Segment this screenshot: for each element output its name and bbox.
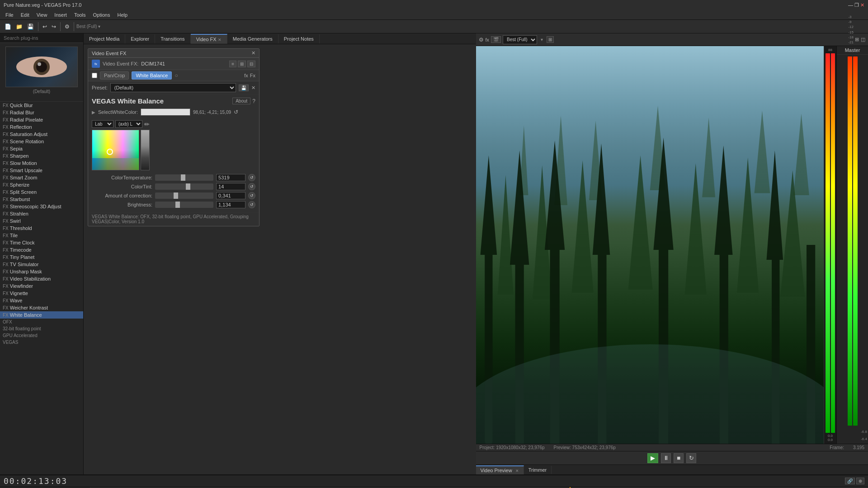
video-preview-close[interactable]: ✕: [515, 469, 519, 473]
plugin-item-slow-motion[interactable]: FXSlow Motion: [0, 160, 83, 167]
color-channel-select[interactable]: (axb) L(axb) H: [115, 120, 142, 128]
amount-reset[interactable]: ↺: [248, 192, 255, 199]
tab-video-fx[interactable]: Video FX ✕: [191, 34, 227, 44]
menu-help[interactable]: Help: [113, 11, 131, 19]
stop-btn[interactable]: ■: [674, 453, 684, 463]
pancrop-checkbox[interactable]: [92, 73, 97, 78]
tab-video-fx-close[interactable]: ✕: [218, 38, 222, 42]
plugin-item-tile[interactable]: FXTile: [0, 232, 83, 239]
tab-media-generators[interactable]: Media Generators: [227, 34, 278, 43]
plugin-item-wave[interactable]: FXWave: [0, 297, 83, 304]
new-btn[interactable]: 📄: [3, 23, 13, 31]
play-btn[interactable]: ▶: [647, 453, 658, 463]
plugin-item-smart-zoom[interactable]: FXSmart Zoom: [0, 174, 83, 181]
circle-btn[interactable]: ○: [175, 72, 178, 79]
plugin-item-smart-upscale[interactable]: FXSmart Upscale: [0, 167, 83, 174]
preview-fx-btn[interactable]: fx: [486, 37, 490, 42]
wb-help-btn[interactable]: ?: [252, 98, 255, 104]
color-gradient-square[interactable]: [92, 130, 139, 170]
tl-btn-snap[interactable]: 🔗: [845, 478, 855, 484]
preview-zoom-btn[interactable]: 🎬: [491, 36, 501, 43]
fx-detail-btn2[interactable]: Fx: [250, 73, 255, 78]
color-tint-value[interactable]: [216, 183, 245, 190]
plugin-item-white-balance[interactable]: FXWhite Balance: [0, 311, 83, 319]
preset-close-btn[interactable]: ✕: [251, 85, 255, 91]
fx-list-view-btn[interactable]: ≡: [229, 61, 236, 67]
plugin-item-timecode[interactable]: FXTimecode: [0, 246, 83, 253]
plugin-item-split-screen[interactable]: FXSplit Screen: [0, 188, 83, 196]
save-btn[interactable]: 💾: [25, 23, 36, 31]
color-tint-reset[interactable]: ↺: [248, 183, 255, 190]
brightness-value[interactable]: [216, 201, 245, 208]
menu-edit[interactable]: Edit: [17, 11, 33, 19]
triangle-toggle[interactable]: ▶: [92, 110, 95, 115]
tab-transitions[interactable]: Transitions: [155, 34, 190, 43]
amount-value[interactable]: [216, 192, 245, 199]
tab-pancrop[interactable]: Pan/Crop: [100, 71, 129, 80]
color-mode-select[interactable]: LabHSLRGB: [92, 120, 113, 128]
plugin-item-swirl[interactable]: FXSwirl: [0, 217, 83, 225]
plugin-item-radial-blur[interactable]: FXRadial Blur: [0, 109, 83, 116]
plugin-item-stereoscopic-3d-adjust[interactable]: FXStereoscopic 3D Adjust: [0, 203, 83, 210]
amount-slider[interactable]: [155, 192, 213, 199]
render-btn[interactable]: ⚙: [63, 23, 71, 31]
plugin-item-weicher-kontrast[interactable]: FXWeicher Kontrast: [0, 304, 83, 311]
minimize-btn[interactable]: —: [848, 2, 853, 8]
plugin-item-video-stabilization[interactable]: FXVideo Stabilization: [0, 275, 83, 282]
brightness-reset[interactable]: ↺: [248, 201, 255, 208]
vefx-close-btn[interactable]: ✕: [251, 50, 255, 56]
plugin-item-tv-simulator[interactable]: FXTV Simulator: [0, 261, 83, 268]
close-btn[interactable]: ✕: [860, 2, 864, 8]
preview-quality-select[interactable]: Best (Full): [503, 35, 537, 44]
white-color-swatch[interactable]: [141, 108, 190, 116]
brightness-slider[interactable]: [155, 202, 213, 208]
pause-btn[interactable]: ⏸: [661, 453, 671, 463]
tab-project-notes[interactable]: Project Notes: [278, 34, 320, 43]
preview-settings-btn[interactable]: ⚙: [479, 37, 484, 43]
plugin-item-quick-blur[interactable]: FXQuick Blur: [0, 102, 83, 109]
color-temp-reset[interactable]: ↺: [248, 174, 255, 181]
plugin-item-time-clock[interactable]: FXTime Clock: [0, 239, 83, 246]
undo-btn[interactable]: ↩: [41, 23, 49, 31]
menu-insert[interactable]: Insert: [51, 11, 71, 19]
plugin-item-viewfinder[interactable]: FXViewfinder: [0, 282, 83, 290]
open-btn[interactable]: 📁: [14, 23, 24, 31]
plugin-item-vignette[interactable]: FXVignette: [0, 290, 83, 297]
plugin-item-unsharp-mask[interactable]: FXUnsharp Mask: [0, 268, 83, 275]
plugin-item-saturation-adjust[interactable]: FXSaturation Adjust: [0, 131, 83, 138]
plugin-item-spherize[interactable]: FXSpherize: [0, 181, 83, 188]
tab-trimmer[interactable]: Trimmer: [524, 466, 552, 474]
tl-btn-magnet[interactable]: ⊕: [856, 478, 864, 484]
white-color-reset[interactable]: ↺: [234, 109, 238, 115]
prev-tool-1[interactable]: ⊞: [855, 37, 859, 42]
plugin-item-threshold[interactable]: FXThreshold: [0, 225, 83, 232]
plugin-item-scene-rotation[interactable]: FXScene Rotation: [0, 138, 83, 145]
plugin-item-starburst[interactable]: FXStarburst: [0, 196, 83, 203]
tab-project-media[interactable]: Project Media: [84, 34, 125, 43]
fx-grid-view-btn[interactable]: ⊞: [238, 61, 246, 67]
plugin-item-sharpen[interactable]: FXSharpen: [0, 152, 83, 160]
fx-config-btn[interactable]: ⊟: [247, 61, 255, 67]
about-button[interactable]: About: [232, 98, 250, 104]
menu-file[interactable]: File: [2, 11, 17, 19]
plugin-item-sepia[interactable]: FXSepia: [0, 145, 83, 152]
plugin-item-radial-pixelate[interactable]: FXRadial Pixelate: [0, 116, 83, 123]
menu-view[interactable]: View: [33, 11, 51, 19]
color-vertical-bar[interactable]: [141, 130, 150, 170]
menu-options[interactable]: Options: [90, 11, 114, 19]
tab-white-balance[interactable]: White Balance: [132, 71, 172, 80]
preset-dropdown[interactable]: (Default): [110, 83, 236, 92]
color-temp-value[interactable]: [216, 174, 245, 181]
color-temp-slider[interactable]: [155, 174, 213, 181]
plugin-item-reflection[interactable]: FXReflection: [0, 123, 83, 131]
preset-save-btn[interactable]: 💾: [239, 84, 249, 91]
redo-btn[interactable]: ↪: [50, 23, 58, 31]
plugin-search-input[interactable]: [0, 33, 83, 43]
maximize-btn[interactable]: ❐: [854, 2, 859, 8]
prev-tool-2[interactable]: ◫: [861, 37, 865, 42]
eyedropper-btn[interactable]: ✏: [144, 121, 150, 128]
menu-tools[interactable]: Tools: [71, 11, 90, 19]
fx-detail-btn1[interactable]: fx: [244, 73, 248, 78]
color-tint-slider[interactable]: [155, 183, 213, 190]
tab-video-preview[interactable]: Video Preview ✕: [476, 465, 524, 474]
